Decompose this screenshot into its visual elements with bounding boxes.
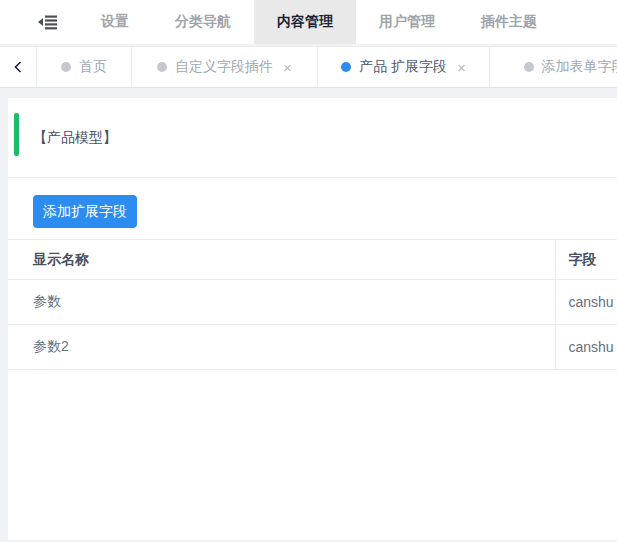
tab-label: 产品 扩展字段 — [359, 58, 447, 76]
tab-scroll-left-button[interactable] — [0, 47, 37, 87]
nav-item-content-mgmt[interactable]: 内容管理 — [254, 0, 356, 44]
accent-bar — [14, 113, 19, 156]
tab-status-dot-icon — [341, 62, 351, 72]
column-header-field: 字段 — [555, 240, 617, 280]
tab-status-dot-icon — [157, 62, 167, 72]
tab-status-dot-icon — [61, 62, 71, 72]
nav-item-settings[interactable]: 设置 — [78, 0, 152, 44]
cell-field: canshu — [555, 280, 617, 325]
nav-item-category-nav[interactable]: 分类导航 — [152, 0, 254, 44]
cell-field: canshu — [555, 325, 617, 370]
add-extended-field-button[interactable]: 添加扩展字段 — [33, 195, 137, 228]
app-window: 设置 分类导航 内容管理 用户管理 插件主题 首页 自定义字段插件 × 产品 扩… — [0, 0, 617, 542]
cell-display-name: 参数 — [8, 280, 555, 325]
tab-status-dot-icon — [524, 62, 534, 72]
tab-label: 添加表单字段 — [542, 58, 617, 76]
tab-product-extended-fields[interactable]: 产品 扩展字段 × — [318, 47, 490, 87]
panel-title: 【产品模型】 — [33, 129, 117, 147]
table-row: 参数2 canshu — [8, 325, 617, 370]
tab-custom-field-plugin[interactable]: 自定义字段插件 × — [132, 47, 318, 87]
tab-add-form-field[interactable]: 添加表单字段 — [490, 47, 617, 87]
panel-header: 【产品模型】 — [8, 98, 617, 178]
table-header-row: 显示名称 字段 — [8, 240, 617, 280]
menu-fold-icon-svg — [38, 14, 58, 30]
chevron-left-icon — [12, 61, 24, 73]
close-icon[interactable]: × — [457, 60, 466, 75]
open-tabs-bar: 首页 自定义字段插件 × 产品 扩展字段 × 添加表单字段 — [0, 46, 617, 88]
panel-body: 添加扩展字段 显示名称 字段 参数 canshu — [8, 178, 617, 370]
nav-item-user-mgmt[interactable]: 用户管理 — [356, 0, 458, 44]
main-nav: 设置 分类导航 内容管理 用户管理 插件主题 — [78, 0, 560, 44]
page-content: 【产品模型】 添加扩展字段 显示名称 字段 参数 canshu — [8, 98, 617, 540]
cell-display-name: 参数2 — [8, 325, 555, 370]
table-row: 参数 canshu — [8, 280, 617, 325]
nav-item-plugin-theme[interactable]: 插件主题 — [458, 0, 560, 44]
product-model-panel: 【产品模型】 添加扩展字段 显示名称 字段 参数 canshu — [8, 98, 617, 540]
close-icon[interactable]: × — [283, 60, 292, 75]
tab-label: 自定义字段插件 — [175, 58, 273, 76]
top-navbar: 设置 分类导航 内容管理 用户管理 插件主题 — [0, 0, 617, 44]
tab-home[interactable]: 首页 — [37, 47, 132, 87]
extended-fields-table: 显示名称 字段 参数 canshu 参数2 canshu — [8, 239, 617, 370]
menu-fold-icon[interactable] — [36, 0, 60, 44]
column-header-display-name: 显示名称 — [8, 240, 555, 280]
tab-label: 首页 — [79, 58, 107, 76]
